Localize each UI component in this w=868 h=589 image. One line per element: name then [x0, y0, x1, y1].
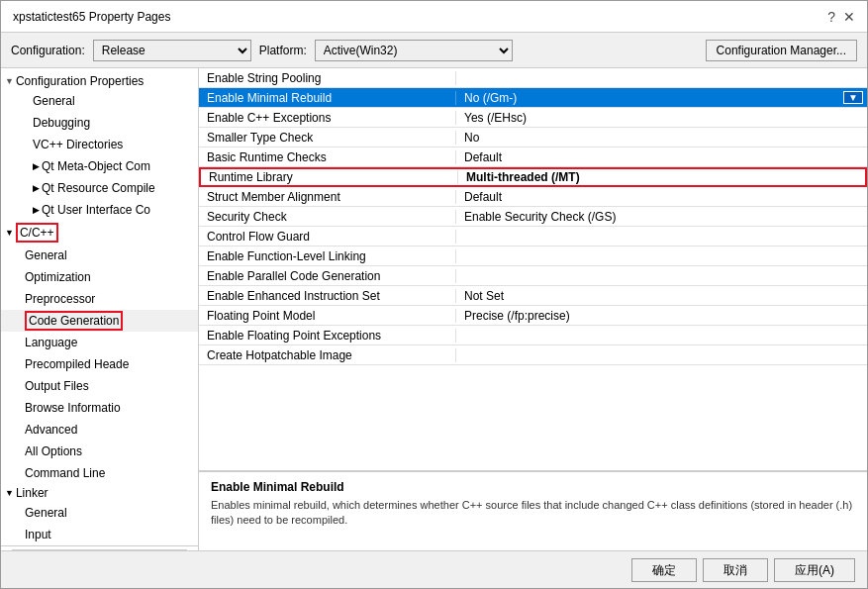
apply-button[interactable]: 应用(A) — [774, 558, 855, 582]
sidebar-item-linker-general[interactable]: General — [1, 502, 198, 524]
sidebar-item-optimization[interactable]: Optimization — [1, 266, 198, 288]
close-icon[interactable]: ✕ — [843, 9, 855, 25]
prop-row-hotpatchable[interactable]: Create Hotpatchable Image — [199, 345, 867, 365]
chevron-right-icon2: ▶ — [33, 179, 40, 197]
prop-row-parallel-code[interactable]: Enable Parallel Code Generation — [199, 266, 867, 286]
code-gen-label: Code Generation — [25, 311, 123, 331]
description-panel: Enable Minimal Rebuild Enables minimal r… — [199, 471, 867, 550]
footer: 确定 取消 应用(A) — [1, 550, 867, 588]
sidebar-item-qt-meta[interactable]: ▶Qt Meta-Object Com — [1, 155, 198, 177]
ok-button[interactable]: 确定 — [631, 558, 697, 582]
prop-name: Floating Point Model — [199, 309, 456, 323]
sidebar-item-output[interactable]: Output Files — [1, 375, 198, 397]
prop-row-security-check[interactable]: Security Check Enable Security Check (/G… — [199, 207, 867, 227]
prop-value: Precise (/fp:precise) — [456, 309, 867, 323]
toolbar: Configuration: Release Platform: Active(… — [1, 33, 867, 68]
sidebar-item-cpp[interactable]: ▼ C/C++ — [1, 221, 198, 245]
config-props-label: Configuration Properties — [16, 74, 144, 88]
sidebar-item-linker-input[interactable]: Input — [1, 524, 198, 545]
chevron-down-icon-linker: ▼ — [5, 488, 14, 498]
prop-row-runtime-checks[interactable]: Basic Runtime Checks Default — [199, 147, 867, 167]
prop-row-struct-alignment[interactable]: Struct Member Alignment Default — [199, 187, 867, 207]
desc-text: Enables minimal rebuild, which determine… — [211, 498, 855, 529]
sidebar-item-preprocessor[interactable]: Preprocessor — [1, 288, 198, 310]
sidebar-item-browse[interactable]: Browse Informatio — [1, 397, 198, 419]
sidebar-item-code-gen[interactable]: Code Generation — [1, 310, 198, 332]
chevron-right-icon3: ▶ — [33, 201, 40, 219]
window: xpstatictest65 Property Pages ? ✕ Config… — [0, 0, 868, 589]
sidebar-item-vc-dirs[interactable]: VC++ Directories — [1, 134, 198, 155]
prop-name: Create Hotpatchable Image — [199, 348, 456, 362]
prop-row-enhanced-instr[interactable]: Enable Enhanced Instruction Set Not Set — [199, 286, 867, 306]
platform-label: Platform: — [259, 44, 307, 57]
sidebar-item-advanced[interactable]: Advanced — [1, 419, 198, 441]
prop-name: Control Flow Guard — [199, 230, 456, 244]
prop-name: Enable C++ Exceptions — [199, 111, 456, 125]
help-icon[interactable]: ? — [827, 9, 835, 25]
window-title: xpstatictest65 Property Pages — [13, 10, 170, 24]
collapse-triangle: ▼ — [5, 76, 14, 86]
prop-name: Enable Enhanced Instruction Set — [199, 289, 456, 303]
prop-name: Runtime Library — [201, 170, 458, 184]
prop-row-runtime-library[interactable]: Runtime Library Multi-threaded (/MT) — [199, 167, 867, 187]
sidebar-item-linker[interactable]: ▼ Linker — [1, 484, 198, 502]
prop-row-floating-point[interactable]: Floating Point Model Precise (/fp:precis… — [199, 306, 867, 326]
prop-row-minimal-rebuild[interactable]: Enable Minimal Rebuild No (/Gm-) ▼ — [199, 88, 867, 108]
prop-name: Enable Floating Point Exceptions — [199, 329, 456, 343]
prop-value: Default — [456, 150, 867, 164]
prop-name: Basic Runtime Checks — [199, 150, 456, 164]
sidebar-item-command-line[interactable]: Command Line — [1, 462, 198, 484]
prop-row-float-exceptions[interactable]: Enable Floating Point Exceptions — [199, 326, 867, 345]
properties-grid: Enable String Pooling Enable Minimal Reb… — [199, 68, 867, 471]
sidebar-item-precompiled[interactable]: Precompiled Heade — [1, 353, 198, 375]
sidebar-item-qt-ui[interactable]: ▶Qt User Interface Co — [1, 199, 198, 221]
sidebar-item-all-options[interactable]: All Options — [1, 441, 198, 462]
prop-name: Enable Function-Level Linking — [199, 249, 456, 263]
config-label: Configuration: — [11, 44, 85, 57]
prop-row-control-flow[interactable]: Control Flow Guard — [199, 227, 867, 246]
prop-name: Security Check — [199, 210, 456, 224]
sidebar-item-debugging[interactable]: Debugging — [1, 112, 198, 134]
chevron-right-icon: ▶ — [33, 157, 40, 175]
cancel-button[interactable]: 取消 — [703, 558, 768, 582]
chevron-down-icon-cpp: ▼ — [5, 228, 14, 238]
prop-name: Smaller Type Check — [199, 131, 456, 145]
prop-value: No (/Gm-) ▼ — [456, 91, 867, 105]
prop-name: Enable String Pooling — [199, 71, 456, 85]
prop-row-func-level[interactable]: Enable Function-Level Linking — [199, 246, 867, 266]
desc-title: Enable Minimal Rebuild — [211, 480, 855, 494]
prop-value: No — [456, 131, 867, 145]
title-bar: xpstatictest65 Property Pages ? ✕ — [1, 1, 867, 33]
cpp-label: C/C++ — [16, 223, 58, 243]
config-manager-button[interactable]: Configuration Manager... — [706, 40, 857, 61]
prop-value: Multi-threaded (/MT) — [458, 170, 865, 184]
prop-name: Enable Minimal Rebuild — [199, 91, 456, 105]
prop-name: Struct Member Alignment — [199, 190, 456, 204]
prop-row-cpp-exceptions[interactable]: Enable C++ Exceptions Yes (/EHsc) — [199, 108, 867, 128]
prop-value: Default — [456, 190, 867, 204]
right-panel: Enable String Pooling Enable Minimal Reb… — [199, 68, 867, 550]
prop-value-text: No (/Gm-) — [464, 91, 517, 105]
prop-value: Not Set — [456, 289, 867, 303]
prop-row-smaller-type[interactable]: Smaller Type Check No — [199, 128, 867, 147]
platform-select[interactable]: Active(Win32) — [315, 40, 513, 61]
main-content: ▼ Configuration Properties General Debug… — [1, 68, 867, 550]
title-bar-controls: ? ✕ — [827, 9, 855, 25]
config-select[interactable]: Release — [93, 40, 251, 61]
sidebar-item-cpp-general[interactable]: General — [1, 245, 198, 266]
prop-value: Enable Security Check (/GS) — [456, 210, 867, 224]
prop-value: Yes (/EHsc) — [456, 111, 867, 125]
sidebar-item-general1[interactable]: General — [1, 90, 198, 112]
prop-name: Enable Parallel Code Generation — [199, 269, 456, 283]
sidebar-item-language[interactable]: Language — [1, 332, 198, 353]
left-panel: ▼ Configuration Properties General Debug… — [1, 68, 199, 550]
config-props-root[interactable]: ▼ Configuration Properties — [1, 72, 198, 90]
prop-row-string-pooling[interactable]: Enable String Pooling — [199, 68, 867, 88]
sidebar-item-qt-res[interactable]: ▶Qt Resource Compile — [1, 177, 198, 199]
linker-label: Linker — [16, 486, 48, 500]
dropdown-arrow-icon[interactable]: ▼ — [843, 91, 863, 104]
